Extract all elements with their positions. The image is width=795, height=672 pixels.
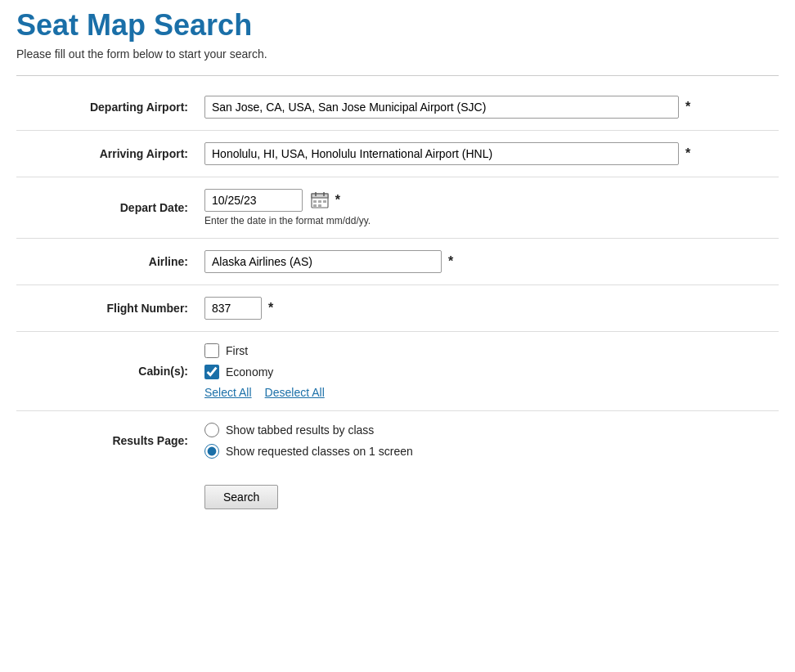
depart-date-field: * Enter the date in the format mm/dd/yy. xyxy=(196,177,779,239)
results-single-radio[interactable] xyxy=(204,444,219,459)
date-required-star: * xyxy=(335,193,340,207)
page-subtitle: Please fill out the form below to start … xyxy=(16,47,779,60)
flight-number-input[interactable] xyxy=(204,297,262,320)
arriving-airport-label: Arriving Airport: xyxy=(16,131,196,177)
deselect-all-link[interactable]: Deselect All xyxy=(265,386,325,399)
cabin-economy-option: Economy xyxy=(204,365,770,379)
cabin-first-checkbox[interactable] xyxy=(204,343,219,358)
flight-number-field: * xyxy=(196,285,779,332)
airline-input[interactable] xyxy=(204,250,442,273)
results-tabbed-label: Show tabbed results by class xyxy=(226,423,374,437)
airline-label: Airline: xyxy=(16,239,196,285)
cabin-first-option: First xyxy=(204,343,770,358)
svg-rect-8 xyxy=(318,204,321,207)
results-tabbed-radio[interactable] xyxy=(204,423,219,437)
cabin-economy-label: Economy xyxy=(226,365,273,379)
flight-number-row: Flight Number: * xyxy=(16,285,779,332)
arriving-airport-row: Arriving Airport: * xyxy=(16,131,779,177)
departing-airport-label: Departing Airport: xyxy=(16,84,196,131)
departing-airport-field: * xyxy=(196,84,779,131)
header-divider xyxy=(16,75,779,76)
depart-date-row: Depart Date: * xyxy=(16,177,779,239)
select-links: Select All Deselect All xyxy=(204,386,770,399)
results-radio-group: Show tabbed results by class Show reques… xyxy=(204,423,770,459)
svg-rect-6 xyxy=(323,200,326,203)
depart-date-label: Depart Date: xyxy=(16,177,196,239)
arriving-airport-field: * xyxy=(196,131,779,177)
results-page-field: Show tabbed results by class Show reques… xyxy=(196,411,779,471)
airline-row: Airline: * xyxy=(16,239,779,285)
flight-number-label: Flight Number: xyxy=(16,285,196,332)
svg-rect-1 xyxy=(312,194,328,198)
depart-date-input[interactable] xyxy=(204,189,303,212)
svg-rect-7 xyxy=(313,204,317,207)
search-form: Departing Airport: * Arriving Airport: *… xyxy=(16,84,779,470)
search-button[interactable]: Search xyxy=(204,485,278,509)
cabins-field: First Economy Select All Deselect All xyxy=(196,332,779,411)
departing-required-star: * xyxy=(685,100,690,114)
results-page-row: Results Page: Show tabbed results by cla… xyxy=(16,411,779,471)
results-single-label: Show requested classes on 1 screen xyxy=(226,445,413,458)
date-hint: Enter the date in the format mm/dd/yy. xyxy=(204,215,770,226)
arriving-required-star: * xyxy=(685,146,690,160)
svg-rect-5 xyxy=(318,200,321,203)
cabin-first-label: First xyxy=(226,344,248,357)
airline-field: * xyxy=(196,239,779,285)
page-title: Seat Map Search xyxy=(16,8,779,43)
results-page-label: Results Page: xyxy=(16,411,196,471)
select-all-link[interactable]: Select All xyxy=(204,386,252,399)
arriving-airport-input[interactable] xyxy=(204,142,679,165)
cabin-economy-checkbox[interactable] xyxy=(204,365,219,379)
departing-airport-input[interactable] xyxy=(204,96,679,119)
flight-required-star: * xyxy=(268,301,273,315)
results-single-option: Show requested classes on 1 screen xyxy=(204,444,770,459)
calendar-icon[interactable] xyxy=(311,191,329,212)
cabin-group: First Economy xyxy=(204,343,770,379)
results-tabbed-option: Show tabbed results by class xyxy=(204,423,770,437)
search-button-row: Search xyxy=(16,470,779,517)
airline-required-star: * xyxy=(448,254,453,268)
departing-airport-row: Departing Airport: * xyxy=(16,84,779,131)
cabins-row: Cabin(s): First Economy Select All Desel… xyxy=(16,332,779,411)
svg-rect-4 xyxy=(313,200,317,203)
cabins-label: Cabin(s): xyxy=(16,332,196,411)
